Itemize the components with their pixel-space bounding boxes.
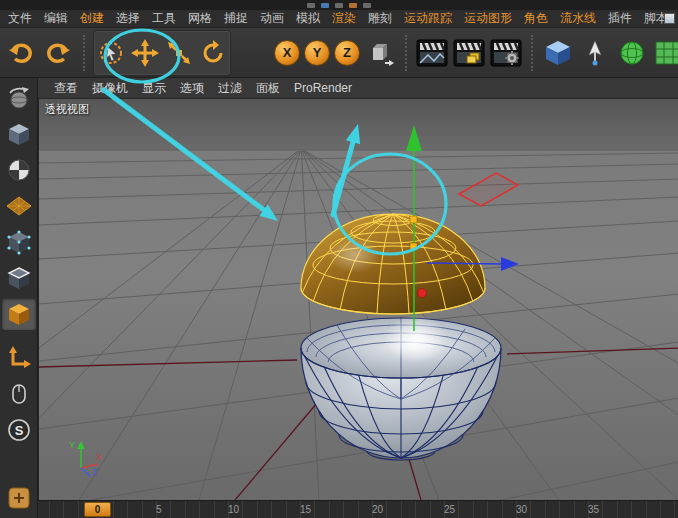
menu-item[interactable]: 创建 (80, 10, 104, 27)
viewport-menu-item[interactable]: 过滤 (218, 80, 242, 97)
viewport-menu-item[interactable]: 摄像机 (92, 80, 128, 97)
texture-mode-button[interactable] (2, 154, 36, 186)
quantize-button[interactable] (2, 482, 36, 514)
viewport-menu-item[interactable]: 面板 (256, 80, 280, 97)
points-mode-icon (6, 229, 32, 255)
add-cube-button[interactable] (541, 31, 575, 75)
menu-item[interactable]: 运动跟踪 (404, 10, 452, 27)
coordinate-system-button[interactable] (363, 31, 397, 75)
render-view-icon (416, 39, 448, 67)
axis-indicator: Y X Z (61, 434, 105, 478)
menu-item[interactable]: 网格 (188, 10, 212, 27)
axis-lock-button[interactable]: Z (334, 40, 360, 66)
axis-modification-icon (6, 345, 32, 371)
mouse-input-button[interactable] (2, 378, 36, 410)
timeline-ruler: 5101520253035 (156, 504, 660, 515)
mode-toolbar: S (0, 78, 38, 518)
toolbar-separator (405, 35, 407, 71)
cube-primitive-icon (543, 38, 573, 68)
enable-axis-button[interactable] (2, 342, 36, 374)
menu-item[interactable]: 编辑 (44, 10, 68, 27)
coordinate-system-icon (365, 38, 395, 68)
toolbar-separator (531, 35, 533, 71)
render-settings-icon (490, 39, 522, 67)
timeline-tick-label: 5 (156, 504, 228, 515)
scene-canvas[interactable] (39, 99, 678, 500)
move-tool[interactable] (128, 31, 162, 75)
redo-button[interactable] (41, 31, 75, 75)
scale-icon (165, 39, 193, 67)
axis-lock-button[interactable]: Y (304, 40, 330, 66)
points-mode-button[interactable] (2, 226, 36, 258)
axis-lock-button[interactable]: X (274, 40, 300, 66)
viewport-menubar: 查看摄像机显示选项过滤面板ProRender (38, 78, 678, 99)
menu-item[interactable]: 选择 (116, 10, 140, 27)
menu-item[interactable]: 文件 (8, 10, 32, 27)
add-deformer-button[interactable] (652, 31, 678, 75)
axis-x-label: X (96, 452, 102, 462)
undo-icon (6, 38, 36, 68)
deformer-grid-icon (654, 38, 678, 68)
pen-icon (581, 39, 609, 67)
main-toolbar: XYZ (0, 28, 678, 78)
mouse-icon (6, 381, 32, 407)
texture-mode-icon (6, 157, 32, 183)
viewport-label[interactable]: 透视视图 (45, 102, 89, 117)
edges-mode-button[interactable] (2, 262, 36, 294)
polygons-mode-button[interactable] (2, 298, 36, 330)
viewport-menu-item[interactable]: ProRender (294, 81, 352, 95)
render-view-button[interactable] (415, 31, 449, 75)
timeline-current-frame[interactable]: 0 (84, 502, 111, 517)
viewport-3d[interactable]: 透视视图 Y X Z (38, 99, 678, 500)
pen-spline-button[interactable] (578, 31, 612, 75)
menu-item[interactable]: 雕刻 (368, 10, 392, 27)
cinema4d-window: 文件编辑创建选择工具网格捕捉动画模拟渲染雕刻运动跟踪运动图形角色流水线插件脚本 (0, 0, 678, 518)
viewport-menu-item[interactable]: 查看 (54, 80, 78, 97)
make-editable-button[interactable] (2, 82, 36, 114)
titlebar-icon (363, 3, 371, 8)
render-settings-button[interactable] (489, 31, 523, 75)
menu-item[interactable]: 流水线 (560, 10, 596, 27)
generator-sphere-icon (617, 38, 647, 68)
gizmo-x-handle[interactable] (418, 289, 427, 298)
workplane-mode-button[interactable] (2, 190, 36, 222)
redo-icon (43, 38, 73, 68)
titlebar (0, 0, 678, 10)
rotate-tool[interactable] (196, 31, 230, 75)
timeline-tick-label: 30 (516, 504, 588, 515)
menubar: 文件编辑创建选择工具网格捕捉动画模拟渲染雕刻运动跟踪运动图形角色流水线插件脚本 (0, 10, 678, 28)
edges-mode-icon (6, 265, 32, 291)
menu-item[interactable]: 动画 (260, 10, 284, 27)
menu-item[interactable]: 捕捉 (224, 10, 248, 27)
scale-tool[interactable] (162, 31, 196, 75)
live-selection-tool[interactable] (94, 31, 128, 75)
snap-button[interactable]: S (2, 414, 36, 446)
menu-item[interactable]: 工具 (152, 10, 176, 27)
rotate-icon (199, 39, 227, 67)
move-icon (130, 38, 160, 68)
render-picture-viewer-icon (453, 39, 485, 67)
make-editable-icon (6, 85, 32, 111)
axis-y-label: Y (69, 440, 75, 450)
menu-item[interactable]: 角色 (524, 10, 548, 27)
render-picture-viewer-button[interactable] (452, 31, 486, 75)
menu-item[interactable]: 渲染 (332, 10, 356, 27)
timeline-tick-label: 35 (588, 504, 660, 515)
model-mode-button[interactable] (2, 118, 36, 150)
viewport-menu-item[interactable]: 选项 (180, 80, 204, 97)
menu-item[interactable]: 运动图形 (464, 10, 512, 27)
undo-button[interactable] (4, 31, 38, 75)
polygons-mode-icon (6, 301, 32, 327)
add-generator-button[interactable] (615, 31, 649, 75)
snap-icon: S (6, 417, 32, 443)
timeline[interactable]: 0 5101520253035 (38, 500, 678, 518)
quantize-icon (6, 485, 32, 511)
menu-item[interactable]: 插件 (608, 10, 632, 27)
menu-item[interactable]: 模拟 (296, 10, 320, 27)
timeline-tick-label: 15 (300, 504, 372, 515)
titlebar-icon (335, 3, 343, 8)
viewport-menu-item[interactable]: 显示 (142, 80, 166, 97)
window-menu-icon[interactable] (664, 13, 675, 24)
svg-text:S: S (14, 423, 23, 438)
timeline-tick-label: 10 (228, 504, 300, 515)
